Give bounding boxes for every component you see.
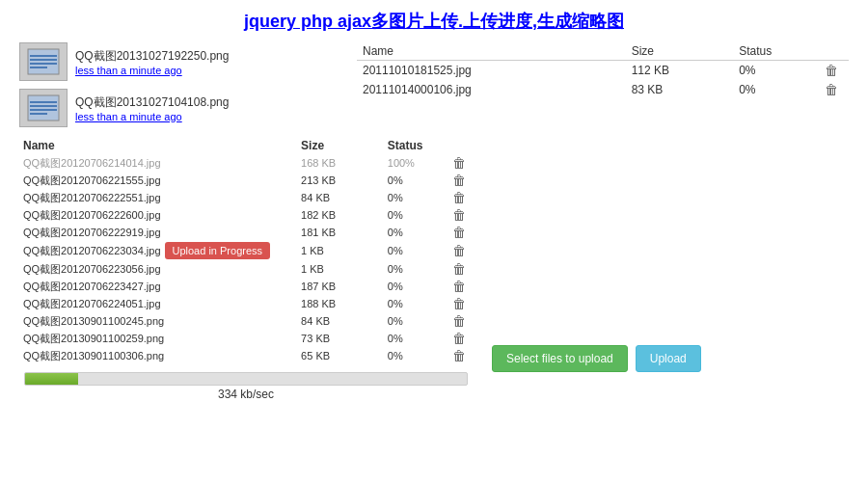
trash-icon[interactable]: 🗑 — [452, 279, 466, 294]
filelist-cell-status: 0% — [384, 260, 446, 278]
filelist-cell-size: 1 KB — [297, 260, 384, 278]
preview-thumb — [19, 89, 68, 127]
filelist-cell-status: 0% — [384, 224, 446, 241]
trash-icon[interactable]: 🗑 — [452, 190, 466, 205]
filelist-cell-status: 100% — [384, 154, 446, 172]
filelist-cell-status: 0% — [384, 347, 446, 364]
progress-bar-fill — [25, 373, 78, 385]
filelist-cell-size: 181 KB — [297, 224, 384, 241]
filelist-cell-size: 73 KB — [297, 330, 384, 347]
queue-col-name: Name — [357, 42, 626, 61]
trash-icon[interactable]: 🗑 — [452, 155, 466, 171]
filelist-delete[interactable]: 🗑 — [446, 172, 473, 189]
preview-time: less than a minute ago — [75, 111, 229, 122]
filelist-delete[interactable]: 🗑 — [446, 312, 473, 330]
trash-icon[interactable]: 🗑 — [452, 173, 466, 188]
progress-bar — [24, 372, 468, 386]
filelist-cell-name: QQ截图20120706222551.jpg — [19, 189, 297, 206]
filelist-delete[interactable]: 🗑 — [446, 241, 473, 260]
preview-item: QQ截图20131027104108.png less than a minut… — [19, 89, 328, 127]
filelist-delete[interactable]: 🗑 — [446, 295, 473, 312]
preview-info: QQ截图20131027192250.png less than a minut… — [75, 48, 229, 76]
preview-filename: QQ截图20131027192250.png — [75, 48, 229, 65]
filelist-cell-name: QQ截图20130901100259.png — [19, 330, 297, 347]
filelist-row: QQ截图20120706222919.jpg 181 KB 0% 🗑 — [19, 224, 473, 241]
svg-rect-0 — [28, 49, 59, 74]
filelist-delete[interactable]: 🗑 — [446, 260, 473, 278]
filelist-cell-status: 0% — [384, 330, 446, 347]
svg-rect-7 — [30, 105, 57, 107]
filelist-cell-size: 213 KB — [297, 172, 384, 189]
queue-cell-name: 20111010181525.jpg — [357, 61, 626, 81]
filelist-delete[interactable]: 🗑 — [446, 189, 473, 206]
trash-icon[interactable]: 🗑 — [452, 225, 466, 240]
filelist-cell-status: 0% — [384, 172, 446, 189]
filelist-cell-name: QQ截图20120706222600.jpg — [19, 206, 297, 224]
filelist-row: QQ截图20120706223056.jpg 1 KB 0% 🗑 — [19, 260, 473, 278]
filelist-col-name: Name — [19, 137, 297, 154]
filelist-cell-size: 188 KB — [297, 295, 384, 312]
trash-icon[interactable]: 🗑 — [452, 348, 466, 363]
svg-rect-5 — [28, 95, 59, 120]
svg-rect-1 — [30, 55, 57, 57]
filelist-cell-size: 1 KB — [297, 241, 384, 260]
queue-delete[interactable]: 🗑 — [814, 61, 849, 81]
trash-icon[interactable]: 🗑 — [452, 243, 466, 258]
svg-rect-8 — [30, 109, 57, 111]
trash-icon[interactable]: 🗑 — [825, 82, 838, 97]
trash-icon[interactable]: 🗑 — [452, 331, 466, 346]
filelist-row: QQ截图20120706223034.jpg Upload in Progres… — [19, 241, 473, 260]
filelist-cell-name: QQ截图20120706223034.jpg Upload in Progres… — [19, 241, 297, 260]
filelist-row: QQ截图20120706222600.jpg 182 KB 0% 🗑 — [19, 206, 473, 224]
select-files-button[interactable]: Select files to upload — [492, 345, 628, 372]
filelist-cell-size: 84 KB — [297, 189, 384, 206]
queue-cell-size: 83 KB — [626, 80, 733, 99]
trash-icon[interactable]: 🗑 — [825, 63, 838, 78]
svg-rect-3 — [30, 63, 57, 65]
trash-icon[interactable]: 🗑 — [452, 207, 466, 223]
filelist-delete[interactable]: 🗑 — [446, 330, 473, 347]
filelist-row: QQ截图20120706222551.jpg 84 KB 0% 🗑 — [19, 189, 473, 206]
filelist-cell-name: QQ截图20130901100245.png — [19, 312, 297, 330]
filelist-cell-size: 65 KB — [297, 347, 384, 364]
filelist-cell-name: QQ截图20120706214014.jpg — [19, 154, 297, 172]
filelist-cell-status: 0% — [384, 241, 446, 260]
filelist-cell-status: 0% — [384, 206, 446, 224]
filelist-col-status: Status — [384, 137, 446, 154]
svg-rect-6 — [30, 101, 57, 103]
progress-section: 334 kb/sec — [19, 372, 473, 401]
filelist-delete[interactable]: 🗑 — [446, 278, 473, 295]
queue-delete[interactable]: 🗑 — [814, 80, 849, 99]
svg-rect-9 — [30, 113, 47, 115]
progress-speed: 334 kb/sec — [19, 388, 473, 401]
queue-cell-status: 0% — [733, 61, 814, 81]
action-buttons: Select files to upload Upload — [492, 345, 849, 372]
queue-cell-name: 20111014000106.jpg — [357, 80, 626, 99]
trash-icon[interactable]: 🗑 — [452, 296, 466, 311]
filelist-delete[interactable]: 🗑 — [446, 224, 473, 241]
svg-rect-4 — [30, 67, 47, 68]
filelist-cell-name: QQ截图20120706223056.jpg — [19, 260, 297, 278]
filelist-delete[interactable]: 🗑 — [446, 347, 473, 364]
trash-icon[interactable]: 🗑 — [452, 313, 466, 329]
filelist-cell-name: QQ截图20120706224051.jpg — [19, 295, 297, 312]
filelist-row: QQ截图20130901100259.png 73 KB 0% 🗑 — [19, 330, 473, 347]
svg-rect-2 — [30, 59, 57, 61]
filelist-delete[interactable]: 🗑 — [446, 154, 473, 172]
filelist-cell-name: QQ截图20120706223427.jpg — [19, 278, 297, 295]
preview-filename: QQ截图20131027104108.png — [75, 94, 229, 111]
filelist-cell-size: 182 KB — [297, 206, 384, 224]
filelist-row: QQ截图20130901100306.png 65 KB 0% 🗑 — [19, 347, 473, 364]
upload-previews: QQ截图20131027192250.png less than a minut… — [19, 42, 328, 127]
filelist-row: QQ截图20120706221555.jpg 213 KB 0% 🗑 — [19, 172, 473, 189]
trash-icon[interactable]: 🗑 — [452, 261, 466, 277]
filelist-cell-size: 84 KB — [297, 312, 384, 330]
filelist-cell-status: 0% — [384, 189, 446, 206]
filelist-cell-name: QQ截图20120706222919.jpg — [19, 224, 297, 241]
filelist-delete[interactable]: 🗑 — [446, 206, 473, 224]
upload-button[interactable]: Upload — [636, 345, 701, 372]
file-list: Name Size Status QQ截图20120706214014.jpg … — [19, 137, 473, 401]
queue-col-status: Status — [733, 42, 814, 61]
page-title: jquery php ajax多图片上传.上传进度,生成缩略图 — [19, 10, 849, 33]
filelist-col-size: Size — [297, 137, 384, 154]
